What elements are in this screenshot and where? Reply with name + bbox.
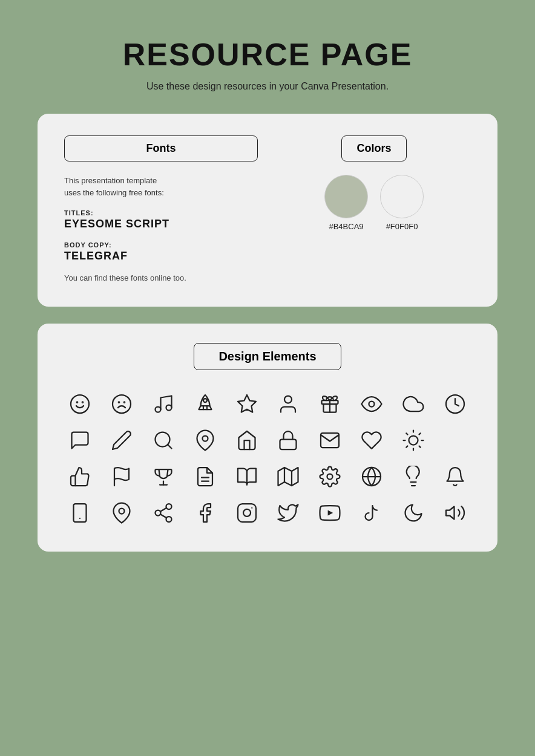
page-title: RESOURCE PAGE [123, 36, 413, 73]
color-swatches: #B4BCA9 #F0F0F0 [324, 175, 424, 231]
moon-icon [399, 498, 428, 527]
lightbulb-icon [399, 462, 428, 491]
svg-point-19 [409, 436, 418, 445]
heart-icon [357, 426, 386, 455]
rocket-icon [191, 389, 220, 419]
svg-rect-48 [238, 504, 256, 522]
titles-label: TITLES: [64, 209, 258, 217]
gear-icon [315, 462, 344, 491]
speech-bubble-icon [65, 426, 94, 455]
page-subtitle: Use these design resources in your Canva… [146, 81, 389, 92]
svg-marker-51 [446, 507, 455, 520]
bell-icon [441, 462, 470, 491]
lock-icon [274, 426, 303, 455]
svg-point-45 [166, 516, 171, 522]
gift-icon [315, 389, 344, 419]
fonts-find-text: You can find these fonts online too. [64, 273, 258, 282]
pushpin-icon [191, 426, 220, 455]
svg-rect-18 [280, 440, 297, 450]
cloud-icon [399, 389, 428, 419]
swatch-hex-2: #F0F0F0 [386, 222, 418, 231]
svg-point-13 [369, 402, 374, 407]
body-label: BODY COPY: [64, 241, 258, 249]
svg-line-47 [160, 508, 166, 512]
empty-spacer [441, 426, 470, 455]
colors-label: Colors [341, 135, 406, 161]
svg-point-3 [113, 395, 131, 413]
titles-font-name: EYESOME SCRIPT [64, 218, 258, 230]
thumbs-up-icon [65, 462, 94, 491]
svg-line-16 [168, 445, 172, 449]
color-swatch-2: #F0F0F0 [380, 175, 424, 231]
flag-icon [107, 462, 136, 491]
design-elements-card: Design Elements [38, 324, 497, 552]
fonts-label: Fonts [64, 135, 258, 161]
svg-point-1 [77, 402, 78, 403]
design-elements-label: Design Elements [194, 343, 341, 370]
smiley-icon [65, 389, 94, 419]
swatch-hex-1: #B4BCA9 [329, 222, 363, 231]
svg-point-2 [82, 402, 84, 403]
svg-point-35 [327, 474, 333, 480]
svg-rect-40 [74, 504, 87, 522]
pencil-icon [107, 426, 136, 455]
svg-line-27 [419, 433, 420, 434]
open-book-icon [232, 462, 261, 491]
body-font-name: TELEGRAF [64, 250, 258, 262]
fonts-section: Fonts This presentation template uses th… [64, 135, 258, 282]
instagram-icon [232, 498, 261, 527]
eye-icon [357, 389, 386, 419]
map-icon [274, 462, 303, 491]
design-elements-header: Design Elements [62, 343, 473, 370]
svg-line-23 [419, 446, 420, 448]
fonts-colors-card: Fonts This presentation template uses th… [38, 114, 497, 307]
svg-point-44 [155, 510, 160, 516]
facebook-icon [191, 498, 220, 527]
svg-point-0 [71, 395, 89, 413]
fonts-description: This presentation template uses the foll… [64, 175, 258, 198]
svg-marker-9 [238, 395, 256, 412]
svg-line-26 [406, 446, 407, 448]
youtube-icon [315, 498, 344, 527]
megaphone-icon [441, 498, 470, 527]
svg-line-46 [160, 514, 166, 518]
share-icon [149, 498, 178, 527]
swatch-circle-1 [324, 175, 368, 218]
twitter-icon [274, 498, 303, 527]
mobile-phone-icon [65, 498, 94, 527]
svg-point-7 [166, 405, 171, 411]
svg-point-42 [119, 509, 125, 514]
svg-point-5 [124, 402, 125, 403]
music-notes-icon [149, 389, 178, 419]
envelope-icon [315, 426, 344, 455]
svg-point-17 [202, 436, 208, 442]
star-icon [232, 389, 261, 419]
svg-point-8 [203, 399, 207, 402]
tiktok-icon [357, 498, 386, 527]
svg-point-10 [284, 396, 292, 403]
svg-point-6 [155, 407, 160, 412]
globe-icon [357, 462, 386, 491]
svg-marker-50 [328, 510, 333, 515]
color-swatch-1: #B4BCA9 [324, 175, 368, 231]
swatch-circle-2 [380, 175, 424, 218]
document-icon [191, 462, 220, 491]
magnifier-icon [149, 426, 178, 455]
colors-section: Colors #B4BCA9 #F0F0F0 [277, 135, 471, 237]
svg-point-43 [166, 504, 171, 509]
person-icon [274, 389, 303, 419]
location-pin-icon [107, 498, 136, 527]
icons-grid [62, 389, 473, 527]
trophy-icon [149, 462, 178, 491]
sad-face-icon [107, 389, 136, 419]
sun-icon [399, 426, 428, 455]
svg-marker-32 [278, 468, 298, 486]
svg-point-4 [119, 402, 120, 403]
house-icon [232, 426, 261, 455]
svg-line-22 [406, 433, 407, 434]
clock-icon [441, 389, 470, 419]
